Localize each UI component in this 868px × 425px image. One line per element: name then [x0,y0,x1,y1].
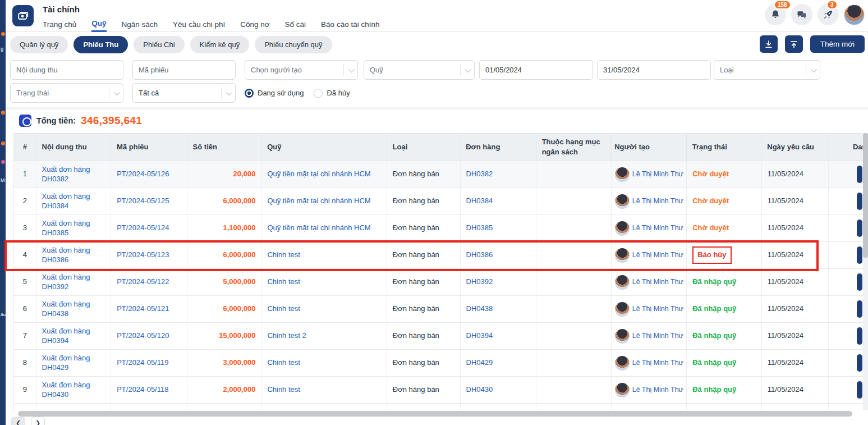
upload-button[interactable] [785,35,803,53]
row-order-link[interactable]: DH0386 [466,250,493,260]
row-action-button[interactable] [857,246,862,264]
radio-da-huy[interactable]: Đã hủy [314,89,350,98]
prev-page-button[interactable]: ❮ [11,417,25,425]
next-page-button[interactable]: ❯ [31,417,45,425]
table-row[interactable]: 8 Xuất đơn hàng DH0429 PT/2024-05/119 3,… [14,350,868,377]
row-content-link[interactable]: Xuất đơn hàng DH0386 [42,246,105,265]
creator-filter-select[interactable]: Chọn người tạo [245,60,358,80]
row-fund-link[interactable]: Quỹ tiền mặt tại chi nhánh HCM [267,170,370,179]
row-creator-link[interactable]: Lê Thị Minh Thư [632,331,683,340]
row-order-link[interactable]: DH0394 [466,331,493,341]
row-code-link[interactable]: PT/2024-05/119 [117,358,168,368]
quick-actions-button[interactable]: 3 [818,4,839,25]
finance-module-icon[interactable] [12,5,34,26]
pill-phieu-chi[interactable]: Phiếu Chi [134,36,184,53]
tab-so-cai[interactable]: Sổ cái [285,16,306,32]
row-code-link[interactable]: PT/2024-05/122 [117,277,169,287]
tab-bao-cao-tai-chinh[interactable]: Báo cáo tài chính [321,16,379,32]
row-order-link[interactable]: DH0430 [466,385,493,395]
radio-dang-su-dung[interactable]: Đang sử dụng [245,89,304,98]
row-creator-link[interactable]: Lê Thị Minh Thư [632,223,683,232]
type-filter-select[interactable]: Loại [714,60,820,80]
row-fund-link[interactable]: Chinh test 2 [267,331,306,341]
row-fund-link[interactable]: Quỹ tiền mặt tại chi nhánh HCM [267,223,370,233]
table-row[interactable]: 2 Xuất đơn hàng DH0384 PT/2024-05/125 6,… [14,188,868,215]
row-content-link[interactable]: Xuất đơn hàng DH0394 [42,327,105,346]
row-creator-link[interactable]: Lê Thị Minh Thư [632,170,683,179]
row-content-link[interactable]: Xuất đơn hàng DH0429 [42,354,105,373]
download-button[interactable] [760,35,778,53]
row-code-link[interactable]: PT/2024-05/126 [117,170,169,179]
tab-yeu-cau-chi-phi[interactable]: Yêu cầu chi phí [173,16,225,32]
row-code-link[interactable]: PT/2024-05/125 [117,196,169,206]
table-row[interactable]: 7 Xuất đơn hàng DH0394 PT/2024-05/120 15… [14,323,868,350]
tab-quy[interactable]: Quỹ [91,16,106,32]
row-creator-link[interactable]: Lê Thị Minh Thư [632,196,683,205]
row-action-button[interactable] [857,300,862,318]
row-fund-link[interactable]: Quỹ tiền mặt tại chi nhánh HCM [267,196,370,206]
row-creator-link[interactable]: Lê Thị Minh Thư [632,277,683,286]
user-avatar[interactable] [844,4,865,25]
row-fund-link[interactable]: Chinh test [267,250,300,260]
row-order-link[interactable]: DH0392 [466,277,493,287]
row-content-link[interactable]: Xuất đơn hàng DH0385 [42,219,105,238]
row-content-link[interactable]: Xuất đơn hàng DH0392 [42,273,105,292]
row-order-link[interactable]: DH0429 [466,358,493,368]
table-row[interactable]: 5 Xuất đơn hàng DH0392 PT/2024-05/122 5,… [14,269,868,296]
row-order-link[interactable]: DH0382 [466,170,493,179]
row-creator-link[interactable]: Lê Thị Minh Thư [632,385,683,394]
table-row[interactable]: 9 Xuất đơn hàng DH0430 PT/2024-05/118 2,… [14,377,868,404]
row-action-button[interactable] [857,193,862,210]
row-action-button[interactable] [857,166,862,183]
row-fund-link[interactable]: Chinh test [267,385,300,395]
pill-phieu-thu[interactable]: Phiếu Thu [74,36,128,53]
status-filter-select[interactable]: Trạng thái [10,83,123,103]
row-code-link[interactable]: PT/2024-05/124 [117,223,169,233]
row-order-link[interactable]: DH0384 [466,196,493,206]
row-creator-link[interactable]: Lê Thị Minh Thư [632,250,683,259]
notifications-button[interactable]: 158 [765,4,786,25]
pill-quan-ly-quy[interactable]: Quản lý quỹ [10,36,68,53]
row-code-link[interactable]: PT/2024-05/121 [117,304,169,314]
add-new-button[interactable]: Thêm mới [810,35,865,53]
code-filter-input[interactable] [132,60,236,80]
row-creator-link[interactable]: Lê Thị Minh Thư [632,304,683,313]
date-to-input[interactable] [597,60,711,80]
table-row[interactable]: 3 Xuất đơn hàng DH0385 PT/2024-05/124 1,… [14,215,868,242]
row-fund-link[interactable]: Chinh test [267,358,300,368]
table-row[interactable]: Xuất đơn hàng [14,404,868,410]
horizontal-scrollbar-thumb[interactable] [18,411,852,417]
row-action-button[interactable] [857,327,862,345]
row-action-button[interactable] [857,273,862,291]
content-filter-input[interactable] [10,60,123,80]
tab-ngan-sach[interactable]: Ngân sách [122,16,158,32]
pill-kiem-ke-quy[interactable]: Kiểm kê quỹ [190,36,250,53]
row-code-link[interactable]: PT/2024-05/123 [117,250,169,260]
all-filter-select[interactable]: Tất cả [132,83,236,103]
row-content-link[interactable]: Xuất đơn hàng DH0382 [42,165,105,184]
tab-cong-no[interactable]: Công nợ [240,16,269,32]
row-action-button[interactable] [857,220,862,237]
row-code-link[interactable]: PT/2024-05/120 [117,331,169,341]
row-creator-link[interactable]: Lê Thị Minh Thư [632,358,683,367]
table-row[interactable]: 4 Xuất đơn hàng DH0386 PT/2024-05/123 6,… [14,242,868,269]
vertical-scrollbar-track[interactable] [863,133,868,410]
table-row[interactable]: 6 Xuất đơn hàng DH0438 PT/2024-05/121 6,… [14,296,868,323]
table-row[interactable]: 1 Xuất đơn hàng DH0382 PT/2024-05/126 20… [14,161,868,188]
row-order-link[interactable]: DH0438 [466,304,493,314]
row-fund-link[interactable]: Chinh test [267,304,300,314]
vertical-scrollbar-thumb[interactable] [863,133,868,258]
date-from-input[interactable] [479,60,593,80]
row-content-link[interactable]: Xuất đơn hàng DH0384 [42,192,105,211]
tab-trang-chu[interactable]: Trang chủ [43,16,76,32]
row-action-button[interactable] [857,354,862,372]
pill-phieu-chuyen-quy[interactable]: Phiếu chuyển quỹ [255,36,332,53]
row-content-link[interactable]: Xuất đơn hàng DH0438 [42,300,105,319]
row-fund-link[interactable]: Chinh test [267,277,300,287]
messages-button[interactable] [791,4,812,25]
row-order-link[interactable]: DH0385 [466,223,493,233]
row-code-link[interactable]: PT/2024-05/118 [117,385,168,395]
row-content-link[interactable]: Xuất đơn hàng DH0430 [42,381,105,400]
row-action-button[interactable] [857,381,862,399]
fund-filter-select[interactable]: Quỹ [364,60,475,80]
